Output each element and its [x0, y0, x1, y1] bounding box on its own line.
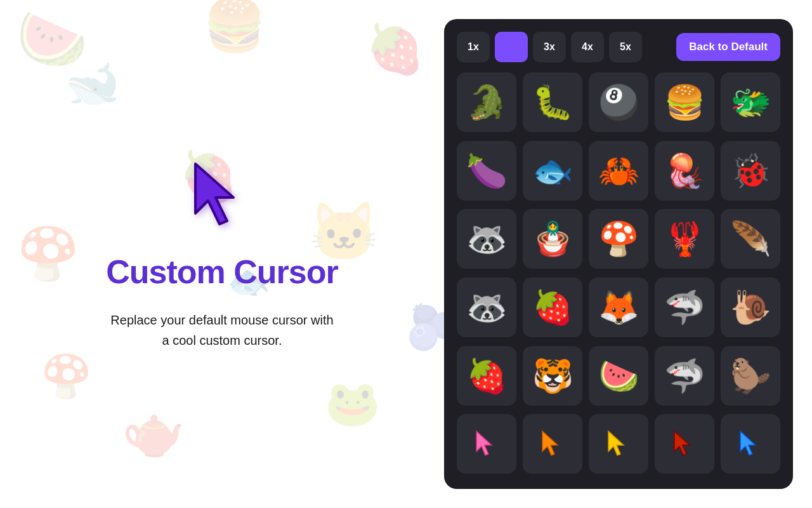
cursor-item-mushroom[interactable]: 🍄	[589, 209, 648, 269]
cursor-item-cursor-blue[interactable]	[721, 414, 780, 474]
cursor-item-strawberry2[interactable]: 🍓	[457, 346, 516, 406]
right-panel: 1x 3x 4x 5x Back to Default 🐊🐛🎱🍔🐲🍆🐟🦀🪼🐞🦝🪆…	[444, 19, 793, 489]
cursor-item-feather[interactable]: 🪶	[721, 209, 780, 269]
cursor-item-burger[interactable]: 🍔	[655, 72, 714, 132]
cursor-item-shark[interactable]: 🦈	[655, 277, 714, 337]
back-to-default-button[interactable]: Back to Default	[676, 33, 780, 61]
cursor-item-watermelon[interactable]: 🍉	[589, 346, 648, 406]
cursor-item-cursor-yellow[interactable]	[589, 414, 648, 474]
cursor-item-raccoon2[interactable]: 🦝	[457, 277, 516, 337]
cursor-item-caterpillar[interactable]: 🐛	[523, 72, 582, 132]
color-swatch[interactable]	[495, 32, 528, 62]
cursor-item-raccoon[interactable]: 🦝	[457, 209, 516, 269]
page-subtitle: Replace your default mouse cursor with a…	[110, 310, 333, 351]
cursor-grid: 🐊🐛🎱🍔🐲🍆🐟🦀🪼🐞🦝🪆🍄🦞🪶🦝🍓🦊🦈🐌🍓🐯🍉🦈🦫	[457, 72, 780, 476]
hero-cursor	[184, 157, 260, 234]
cursor-item-cursor-orange[interactable]	[523, 414, 582, 474]
cursor-item-totem[interactable]: 🪆	[523, 209, 582, 269]
cursor-item-beaver[interactable]: 🦫	[721, 346, 780, 406]
cursor-item-jellyfish[interactable]: 🪼	[655, 141, 714, 201]
cursor-item-strawberry-eyes[interactable]: 🍓	[523, 277, 582, 337]
page-title: Custom Cursor	[106, 253, 337, 291]
cursor-item-crab[interactable]: 🦞	[655, 209, 714, 269]
cursor-item-dragon[interactable]: 🐲	[721, 72, 780, 132]
cursor-item-eggplant[interactable]: 🍆	[457, 141, 516, 201]
size-3x-button[interactable]: 3x	[533, 32, 566, 62]
cursor-item-snail[interactable]: 🐌	[721, 277, 780, 337]
cursor-item-cursor-pink[interactable]	[457, 414, 516, 474]
left-panel: Custom Cursor Replace your default mouse…	[0, 0, 444, 508]
cursor-item-cursor-red[interactable]	[655, 414, 714, 474]
cursor-item-crab-pink[interactable]: 🦀	[589, 141, 648, 201]
cursor-item-tiger[interactable]: 🐯	[523, 346, 582, 406]
cursor-item-shark2[interactable]: 🦈	[655, 346, 714, 406]
cursor-item-8ball[interactable]: 🎱	[589, 72, 648, 132]
cursor-item-fox[interactable]: 🦊	[589, 277, 648, 337]
size-1x-button[interactable]: 1x	[457, 32, 490, 62]
toolbar: 1x 3x 4x 5x Back to Default	[457, 32, 780, 62]
size-5x-button[interactable]: 5x	[609, 32, 642, 62]
cursor-item-ladybug[interactable]: 🐞	[721, 141, 780, 201]
cursor-item-fish[interactable]: 🐟	[523, 141, 582, 201]
cursor-item-crocodile[interactable]: 🐊	[457, 72, 516, 132]
size-4x-button[interactable]: 4x	[571, 32, 604, 62]
